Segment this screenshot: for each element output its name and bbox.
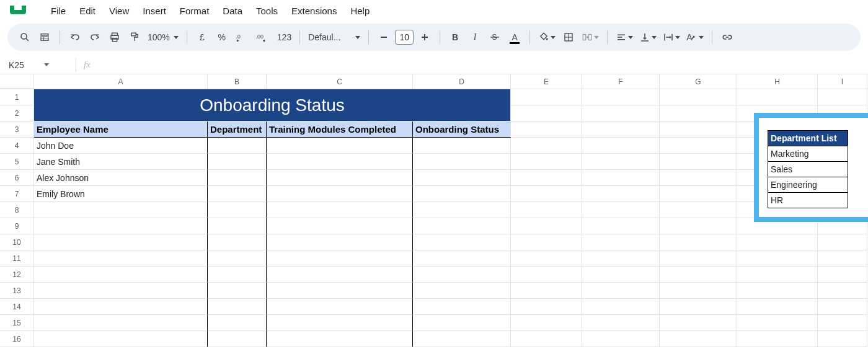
cell[interactable] (34, 299, 208, 315)
col-header-E[interactable]: E (511, 74, 582, 89)
cell[interactable] (208, 218, 267, 234)
row-header-15[interactable]: 15 (0, 315, 34, 331)
cell[interactable] (737, 250, 818, 267)
cell[interactable] (660, 299, 737, 315)
cell[interactable] (511, 138, 582, 154)
col-header-I[interactable]: I (818, 74, 867, 89)
cell[interactable] (413, 154, 511, 170)
cell-employee-name[interactable]: John Doe (34, 138, 208, 154)
cell[interactable] (267, 138, 413, 154)
cell[interactable] (511, 122, 582, 138)
cell[interactable] (737, 234, 818, 250)
cell[interactable] (267, 283, 413, 299)
row-header-1[interactable]: 1 (0, 89, 34, 105)
row-header-8[interactable]: 8 (0, 202, 34, 218)
cell[interactable] (660, 105, 737, 122)
cell[interactable] (511, 202, 582, 218)
cell[interactable] (413, 234, 511, 250)
cell[interactable] (660, 267, 737, 283)
cell[interactable] (737, 299, 818, 315)
cell[interactable] (660, 122, 737, 138)
cell[interactable] (660, 283, 737, 299)
menu-format[interactable]: Format (174, 3, 216, 19)
cell[interactable] (34, 267, 208, 283)
cell[interactable] (660, 315, 737, 331)
cell[interactable] (208, 202, 267, 218)
cell[interactable] (582, 122, 660, 138)
cell[interactable] (208, 154, 267, 170)
cell[interactable] (208, 138, 267, 154)
cell[interactable] (660, 250, 737, 267)
decrease-decimal-button[interactable]: .0 (233, 29, 250, 46)
zoom-dropdown[interactable]: 100% (146, 29, 180, 46)
cell[interactable] (737, 267, 818, 283)
cell[interactable] (413, 170, 511, 186)
cells-area[interactable]: Onboarding Status (34, 89, 867, 347)
table-header-onboarding-status[interactable]: Onboarding Status (413, 122, 511, 138)
cell[interactable] (818, 250, 867, 267)
cell[interactable] (267, 202, 413, 218)
select-all-corner[interactable] (0, 74, 34, 89)
cell[interactable] (582, 105, 660, 122)
row-header-13[interactable]: 13 (0, 283, 34, 299)
merge-cells-button[interactable] (580, 29, 601, 46)
menu-extensions[interactable]: Extensions (285, 3, 343, 19)
fill-color-button[interactable] (536, 29, 557, 46)
text-rotate-button[interactable]: A (684, 29, 705, 46)
cell[interactable] (737, 89, 818, 105)
cell[interactable] (582, 331, 660, 347)
cell[interactable] (818, 234, 867, 250)
cell[interactable] (267, 315, 413, 331)
increase-decimal-button[interactable]: .00 (253, 29, 273, 46)
cell[interactable] (413, 283, 511, 299)
cell[interactable] (511, 170, 582, 186)
cell[interactable] (208, 267, 267, 283)
paint-format-icon[interactable] (126, 29, 143, 46)
menu-tools[interactable]: Tools (250, 3, 284, 19)
cell[interactable] (413, 299, 511, 315)
print-icon[interactable] (106, 29, 123, 46)
borders-button[interactable] (560, 29, 577, 46)
cell[interactable] (660, 154, 737, 170)
cell[interactable] (208, 315, 267, 331)
cell[interactable] (511, 299, 582, 315)
col-header-A[interactable]: A (34, 74, 208, 89)
cell[interactable] (208, 299, 267, 315)
redo-icon[interactable] (86, 29, 104, 46)
menu-file[interactable]: File (45, 3, 72, 19)
row-header-12[interactable]: 12 (0, 267, 34, 283)
cell[interactable] (413, 250, 511, 267)
name-box[interactable]: K25 (0, 60, 68, 70)
cell[interactable] (511, 331, 582, 347)
department-list-item[interactable]: Engineering (768, 177, 848, 193)
cell[interactable] (511, 283, 582, 299)
cell[interactable] (582, 283, 660, 299)
row-header-2[interactable]: 2 (0, 105, 34, 122)
cell[interactable] (582, 218, 660, 234)
cell[interactable] (511, 218, 582, 234)
cell[interactable] (208, 283, 267, 299)
cell[interactable] (267, 154, 413, 170)
cell[interactable] (582, 267, 660, 283)
decrease-font-size-button[interactable] (375, 29, 392, 46)
cell[interactable] (511, 234, 582, 250)
cell[interactable] (413, 315, 511, 331)
search-icon[interactable] (16, 29, 33, 46)
cell[interactable] (413, 186, 511, 202)
cell[interactable] (582, 299, 660, 315)
cell[interactable] (208, 170, 267, 186)
cell[interactable] (737, 283, 818, 299)
cell[interactable] (208, 186, 267, 202)
filter-views-icon[interactable] (36, 29, 53, 46)
cell[interactable] (267, 170, 413, 186)
cell-title-merged[interactable]: Onboarding Status (34, 89, 511, 122)
row-header-6[interactable]: 6 (0, 170, 34, 186)
cell[interactable] (737, 331, 818, 347)
cell[interactable] (582, 170, 660, 186)
cell[interactable] (660, 234, 737, 250)
cell[interactable] (660, 186, 737, 202)
more-formats-button[interactable]: 123 (275, 29, 293, 46)
cell[interactable] (818, 267, 867, 283)
row-header-5[interactable]: 5 (0, 154, 34, 170)
cell[interactable] (208, 331, 267, 347)
